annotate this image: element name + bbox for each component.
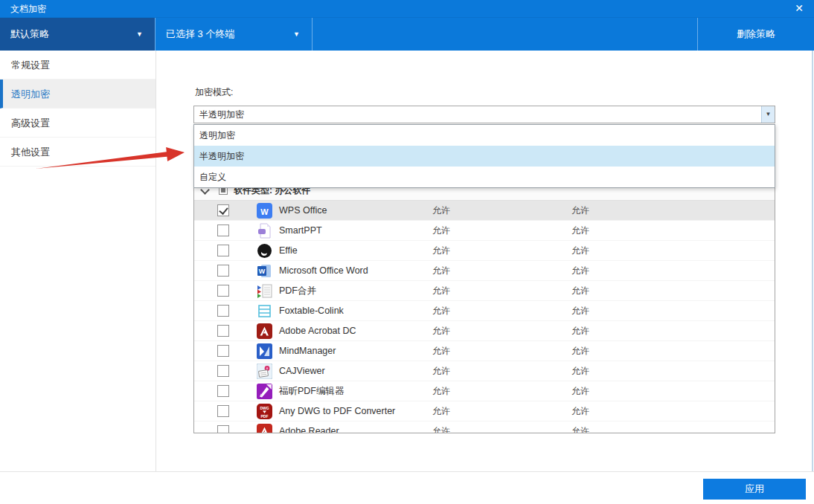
table-row[interactable]: Adobe Acrobat DC 允许 允许 [194, 321, 775, 341]
row-checkbox[interactable] [217, 405, 229, 417]
select-arrow-icon[interactable]: ▼ [761, 106, 775, 123]
policy-dropdown-label: 默认策略 [10, 18, 49, 51]
option-custom[interactable]: 自定义 [194, 167, 775, 187]
permission-cell-1[interactable]: 允许 [432, 201, 450, 221]
permission-cell-1[interactable]: 允许 [432, 341, 450, 361]
table-row[interactable]: DWGPDF Any DWG to PDF Converter 允许 允许 [194, 401, 775, 421]
close-icon[interactable]: ✕ [795, 0, 804, 18]
table-row[interactable]: Effie 允许 允许 [194, 241, 775, 261]
permission-cell-2[interactable]: 允许 [571, 201, 589, 221]
app-name: WPS Office [279, 201, 327, 221]
app-name: 福昕PDF编辑器 [279, 381, 344, 401]
footer-bar: 应用 [0, 471, 814, 504]
terminal-dropdown-label: 已选择 3 个终端 [166, 18, 234, 51]
policy-dropdown[interactable]: 默认策略 ▼ [0, 18, 155, 51]
sidebar-item-other[interactable]: 其他设置 [0, 138, 156, 167]
permission-cell-1[interactable]: 允许 [432, 241, 450, 261]
row-checkbox[interactable] [217, 245, 229, 256]
adobe-reader-icon [257, 424, 272, 433]
permission-cell-2[interactable]: 允许 [571, 381, 589, 401]
row-checkbox[interactable] [217, 325, 229, 337]
chevron-down-icon: ▼ [293, 18, 300, 51]
sidebar-item-label: 其他设置 [11, 146, 50, 158]
table-row[interactable]: Foxtable-Colink 允许 允许 [194, 301, 775, 321]
table-row[interactable]: CAJViewer 允许 允许 [194, 361, 775, 381]
permission-cell-1[interactable]: 允许 [432, 221, 450, 241]
sidebar-item-label: 高级设置 [11, 117, 50, 129]
option-transparent[interactable]: 透明加密 [194, 125, 775, 146]
svg-text:W: W [260, 207, 269, 216]
table-row[interactable]: Adobe Reader 允许 允许 [194, 421, 775, 433]
software-permission-table: 软件类型: 办公软件 W WPS Office 允许 允许 SmartPPT 允… [193, 181, 775, 433]
sidebar-item-label: 常规设置 [11, 59, 50, 71]
apply-button[interactable]: 应用 [703, 479, 806, 500]
encryption-mode-listbox: 透明加密 半透明加密 自定义 [193, 124, 775, 188]
table-row[interactable]: W Microsoft Office Word 允许 允许 [194, 261, 775, 281]
row-checkbox[interactable] [217, 305, 229, 317]
app-name: Foxtable-Colink [279, 301, 344, 321]
row-checkbox[interactable] [217, 425, 229, 433]
window-title: 文档加密 [10, 0, 46, 18]
option-semi-transparent[interactable]: 半透明加密 [194, 146, 775, 167]
app-name: Adobe Acrobat DC [279, 321, 356, 341]
permission-cell-2[interactable]: 允许 [571, 421, 589, 433]
table-row[interactable]: MindManager 允许 允许 [194, 341, 775, 361]
adobe-acrobat-icon [257, 323, 272, 339]
permission-cell-2[interactable]: 允许 [571, 221, 589, 241]
permission-cell-1[interactable]: 允许 [432, 381, 450, 401]
app-name: MindManager [279, 341, 336, 361]
table-row[interactable]: 福昕PDF编辑器 允许 允许 [194, 381, 775, 401]
mindmanager-icon [257, 343, 272, 359]
permission-cell-1[interactable]: 允许 [432, 261, 450, 281]
app-name: CAJViewer [279, 361, 325, 381]
table-row[interactable]: PDF合并 允许 允许 [194, 281, 775, 301]
anydwg-icon: DWGPDF [257, 404, 272, 419]
terminal-dropdown[interactable]: 已选择 3 个终端 ▼ [155, 18, 313, 51]
app-name: Any DWG to PDF Converter [279, 401, 395, 421]
permission-cell-2[interactable]: 允许 [571, 261, 589, 281]
effie-icon [257, 243, 272, 259]
indeterminate-mark [221, 188, 225, 193]
table-row[interactable]: W WPS Office 允许 允许 [194, 201, 775, 221]
app-name: Adobe Reader [279, 421, 339, 433]
wps-office-icon: W [257, 203, 272, 219]
row-checkbox[interactable] [217, 345, 229, 357]
svg-text:DWG: DWG [260, 406, 269, 410]
svg-text:PDF: PDF [261, 414, 269, 419]
panel-right-edge [812, 51, 813, 471]
encryption-mode-select[interactable]: 半透明加密 ▼ [193, 106, 775, 123]
chevron-down-icon: ▼ [136, 18, 143, 51]
row-checkbox[interactable] [217, 224, 229, 236]
svg-text:W: W [259, 268, 266, 275]
permission-cell-1[interactable]: 允许 [432, 401, 450, 421]
sidebar-item-transparent-encryption[interactable]: 透明加密 [0, 80, 156, 109]
app-name: Microsoft Office Word [279, 261, 368, 281]
permission-cell-1[interactable]: 允许 [432, 301, 450, 321]
permission-cell-2[interactable]: 允许 [571, 341, 589, 361]
row-checkbox[interactable] [217, 365, 229, 377]
row-checkbox[interactable] [217, 204, 229, 216]
settings-sidebar: 常规设置 透明加密 高级设置 其他设置 [0, 51, 156, 471]
cajviewer-icon [257, 364, 272, 379]
permission-cell-2[interactable]: 允许 [571, 361, 589, 381]
table-row[interactable]: SmartPPT 允许 允许 [194, 221, 775, 241]
permission-cell-2[interactable]: 允许 [571, 401, 589, 421]
permission-cell-1[interactable]: 允许 [432, 421, 450, 433]
permission-cell-1[interactable]: 允许 [432, 281, 450, 301]
delete-policy-button[interactable]: 删除策略 [697, 18, 814, 51]
sidebar-item-general[interactable]: 常规设置 [0, 51, 156, 80]
permission-cell-2[interactable]: 允许 [571, 241, 589, 261]
row-checkbox[interactable] [217, 265, 229, 277]
ms-word-icon: W [257, 263, 272, 279]
pdf-merge-icon [257, 283, 272, 299]
row-checkbox[interactable] [217, 385, 229, 397]
sidebar-item-advanced[interactable]: 高级设置 [0, 109, 156, 138]
software-rows: W WPS Office 允许 允许 SmartPPT 允许 允许 Effie … [194, 201, 775, 433]
permission-cell-1[interactable]: 允许 [432, 321, 450, 341]
sidebar-item-label: 透明加密 [11, 88, 50, 100]
permission-cell-1[interactable]: 允许 [432, 361, 450, 381]
permission-cell-2[interactable]: 允许 [571, 301, 589, 321]
permission-cell-2[interactable]: 允许 [571, 321, 589, 341]
row-checkbox[interactable] [217, 285, 229, 297]
permission-cell-2[interactable]: 允许 [571, 281, 589, 301]
